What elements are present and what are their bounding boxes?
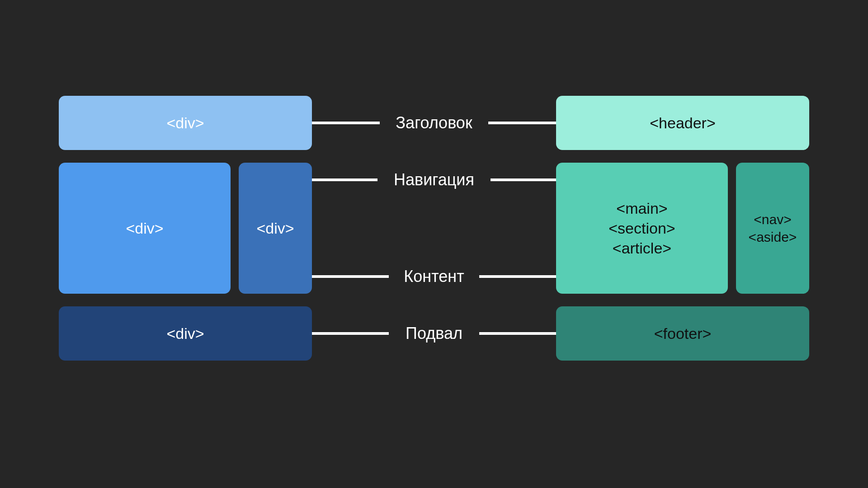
right-header-label: <header> — [650, 113, 716, 133]
left-side-label: <div> — [256, 218, 294, 238]
left-main-label: <div> — [126, 218, 163, 238]
right-header-box: <header> — [556, 96, 809, 150]
right-side-label: <nav> <aside> — [749, 211, 797, 246]
label-content: Контент — [404, 267, 464, 286]
connector-line — [479, 332, 556, 335]
connector-line — [312, 178, 377, 181]
connector-line — [312, 275, 389, 278]
right-main-label: <main> <section> <article> — [609, 198, 675, 258]
left-side-box: <div> — [239, 163, 312, 294]
right-footer-label: <footer> — [654, 324, 712, 343]
connector-line — [312, 122, 380, 124]
connector-line — [312, 332, 389, 335]
label-footer: Подвал — [406, 324, 462, 343]
left-footer-label: <div> — [166, 324, 204, 343]
diagram-stage: <div> <div> <div> <div> <header> <main> … — [0, 0, 868, 488]
connector-line — [488, 122, 556, 124]
left-main-box: <div> — [59, 163, 231, 294]
right-side-box: <nav> <aside> — [736, 163, 809, 294]
connector-line — [479, 275, 556, 278]
connector-line — [491, 178, 556, 181]
left-footer-box: <div> — [59, 306, 312, 361]
label-navigation: Навигация — [394, 170, 474, 189]
left-header-label: <div> — [166, 113, 204, 133]
right-main-box: <main> <section> <article> — [556, 163, 728, 294]
label-header: Заголовок — [396, 113, 472, 132]
left-header-box: <div> — [59, 96, 312, 150]
right-footer-box: <footer> — [556, 306, 809, 361]
